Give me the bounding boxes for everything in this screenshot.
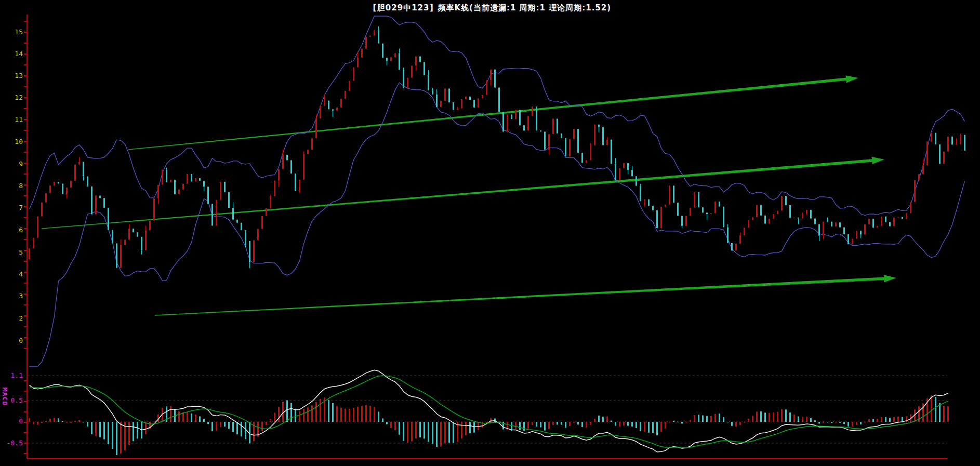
macd-pane-label: MACD: [1, 379, 9, 415]
main-axis-label-7: 7: [19, 204, 23, 211]
macd-dif-line: [30, 370, 948, 452]
main-axis-label-3: 3: [19, 292, 23, 300]
main-axis-label-2: 2: [19, 314, 23, 322]
trend-arrow-1: [128, 75, 858, 150]
kline-chart-canvas[interactable]: 1514131211109876543201.10.50-0.5: [0, 0, 980, 466]
trend-arrows-layer: [42, 75, 896, 316]
main-axis-label-14: 14: [15, 50, 23, 58]
trend-arrow-2: [42, 157, 884, 229]
main-axis-label-13: 13: [15, 72, 23, 79]
main-axis-label-5: 5: [19, 248, 23, 256]
macd-axis-label-0.5: 0.5: [11, 396, 23, 404]
main-axis-label-10: 10: [15, 138, 23, 145]
main-axis-label-4: 4: [19, 270, 23, 278]
macd-axis-label-0: 0: [19, 417, 23, 425]
candles-layer: [29, 26, 965, 269]
chart-window: 【胆029中123】频率K线(当前遗漏:1 周期:1 理论周期:1.52) MA…: [0, 0, 980, 466]
axis-labels-layer: 1514131211109876543201.10.50-0.5: [7, 28, 23, 447]
macd-axis-label-1.1: 1.1: [11, 371, 23, 379]
trend-arrow-3: [155, 275, 896, 316]
chart-title: 【胆029中123】频率K线(当前遗漏:1 周期:1 理论周期:1.52): [0, 3, 980, 13]
macd-axis-label--0.5: -0.5: [7, 439, 23, 447]
axis-layer: [24, 15, 947, 459]
macd-grid-layer: [28, 376, 947, 443]
main-axis-label-12: 12: [15, 94, 23, 101]
main-axis-label-0: 0: [19, 337, 23, 344]
bollinger-lower-line: [30, 83, 965, 366]
main-axis-label-15: 15: [15, 28, 23, 36]
main-axis-label-11: 11: [15, 115, 23, 123]
main-axis-label-8: 8: [19, 182, 23, 190]
main-axis-label-9: 9: [19, 160, 23, 168]
macd-layer: [29, 370, 949, 455]
main-axis-label-6: 6: [19, 226, 23, 234]
bollinger-upper-line: [30, 16, 965, 216]
